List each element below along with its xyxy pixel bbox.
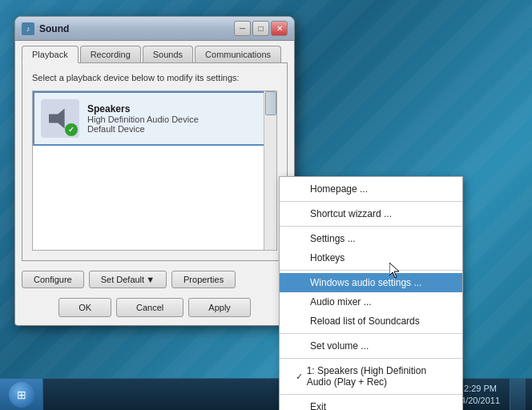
- sound-icon: ♪: [22, 22, 34, 35]
- taskbar-middle: [43, 379, 299, 411]
- menu-item-shortcut[interactable]: Shortcut wizzard ...: [280, 204, 462, 223]
- dialog-titlebar: ♪ Sound ─ □ ✕: [15, 17, 294, 41]
- tab-sounds[interactable]: Sounds: [143, 46, 193, 62]
- close-button[interactable]: ✕: [271, 21, 288, 36]
- menu-item-settings[interactable]: Settings ...: [280, 229, 462, 248]
- menu-separator-4: [280, 333, 462, 334]
- menu-separator-3: [280, 270, 462, 271]
- device-name: Speakers: [87, 103, 268, 115]
- device-list[interactable]: ✓ Speakers High Definition Audio Device …: [32, 90, 277, 251]
- properties-button[interactable]: Properties: [171, 271, 236, 288]
- minimize-button[interactable]: ─: [234, 21, 251, 36]
- dialog-footer: OK Cancel Apply: [15, 295, 294, 325]
- tab-playback[interactable]: Playback: [22, 46, 79, 63]
- clock-date: 4/20/2011: [461, 395, 500, 406]
- instruction-text: Select a playback device below to modify…: [32, 73, 277, 82]
- dialog-controls: ─ □ ✕: [234, 21, 288, 36]
- clock-time: 2:29 PM: [464, 383, 497, 394]
- windows-logo-icon: ⊞: [17, 388, 26, 401]
- cancel-button[interactable]: Cancel: [116, 298, 183, 317]
- show-desktop-button[interactable]: [510, 379, 526, 411]
- maximize-button[interactable]: □: [252, 21, 269, 36]
- device-item[interactable]: ✓ Speakers High Definition Audio Device …: [33, 91, 276, 146]
- sound-dialog: ♪ Sound ─ □ ✕ Playback Recording Sounds …: [14, 16, 295, 326]
- tab-recording[interactable]: Recording: [80, 46, 141, 62]
- device-status: Default Device: [87, 124, 268, 134]
- menu-item-reload[interactable]: Reload list of Soundcards: [280, 312, 462, 331]
- set-default-button[interactable]: Set Default ▼: [89, 271, 167, 288]
- scrollbar-track[interactable]: [264, 91, 276, 250]
- default-check: ✓: [65, 123, 78, 136]
- start-button[interactable]: ⊞: [0, 379, 43, 411]
- menu-item-hotkeys[interactable]: Hotkeys: [280, 248, 462, 267]
- dialog-content: Select a playback device below to modify…: [22, 62, 288, 261]
- dropdown-arrow-icon[interactable]: ▼: [146, 275, 155, 284]
- configure-button[interactable]: Configure: [22, 271, 84, 288]
- scrollbar-thumb[interactable]: [265, 91, 276, 115]
- dialog-title: Sound: [39, 23, 234, 34]
- device-info: Speakers High Definition Audio Device De…: [87, 103, 268, 134]
- apply-button[interactable]: Apply: [188, 298, 251, 317]
- ok-button[interactable]: OK: [58, 298, 111, 317]
- desktop: ♪ Sound ─ □ ✕ Playback Recording Sounds …: [0, 0, 532, 410]
- menu-separator-5: [280, 358, 462, 359]
- menu-separator-2: [280, 226, 462, 227]
- menu-separator-6: [280, 394, 462, 395]
- context-menu: Homepage ... Shortcut wizzard ... Settin…: [279, 176, 463, 410]
- tab-communications[interactable]: Communications: [195, 46, 281, 62]
- menu-item-exit[interactable]: Exit: [280, 397, 462, 410]
- menu-item-set-volume[interactable]: Set volume ...: [280, 336, 462, 356]
- menu-item-speakers[interactable]: ✓ 1: Speakers (High Definition Audio (Pl…: [280, 361, 462, 392]
- menu-separator-1: [280, 201, 462, 202]
- action-buttons: Configure Set Default ▼ Properties: [15, 267, 294, 295]
- menu-item-homepage[interactable]: Homepage ...: [280, 179, 462, 199]
- menu-item-windows-audio[interactable]: Windows audio settings ...: [280, 273, 462, 292]
- start-orb: ⊞: [9, 382, 34, 408]
- menu-item-audio-mixer[interactable]: Audio mixer ...: [280, 292, 462, 312]
- tabs-row: Playback Recording Sounds Communications: [15, 41, 294, 62]
- device-icon: ✓: [41, 99, 79, 138]
- device-description: High Definition Audio Device: [87, 115, 268, 124]
